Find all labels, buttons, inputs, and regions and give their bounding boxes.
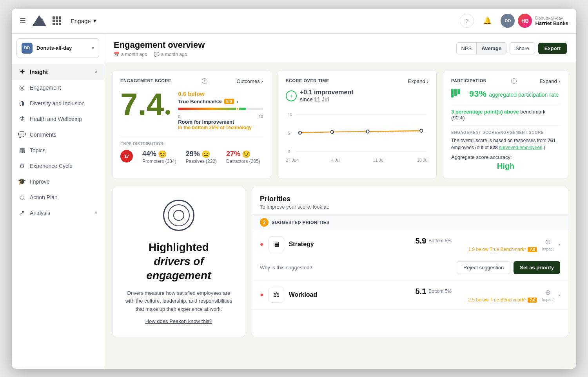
org-chevron-icon: ▾ (92, 45, 94, 51)
export-button[interactable]: Export (538, 43, 567, 54)
outcomes-link[interactable]: Outcomes › (236, 78, 263, 84)
org-selector[interactable]: DD Donuts-all-day ▾ (16, 38, 99, 58)
sidebar-item-experience[interactable]: ⚙ Experience Cycle (12, 158, 104, 174)
insight-icon: ✦ (18, 68, 26, 76)
topics-icon: ▦ (18, 146, 26, 154)
sidebar-item-topics[interactable]: ▦ Topics (12, 143, 104, 158)
workload-impact-btn[interactable]: ⊕ Impact (542, 288, 554, 302)
score-dot (165, 110, 170, 115)
room-detail-pct: bottom 25% (192, 125, 220, 130)
comments-icon: 💬 (18, 131, 26, 139)
sidebar-label-health: Health and Wellbeing (30, 116, 98, 122)
svg-point-6 (299, 131, 301, 134)
sidebar-item-action-plan[interactable]: ◇ Action Plan (12, 189, 104, 205)
sidebar-label-comments: Comments (30, 132, 98, 138)
help-icon: ? (466, 18, 469, 24)
app-name-btn[interactable]: Engage ▾ (71, 17, 96, 24)
surveyed-employees-link[interactable]: surveyed employees (499, 145, 542, 150)
set-as-priority-btn[interactable]: Set as priority (514, 261, 560, 274)
priority-item-workload: ● ⚖ Workload 5.1 Bottom 5% (252, 281, 568, 310)
analysis-icon: ↗ (18, 209, 26, 217)
workload-icon-box: ⚖ (269, 287, 284, 303)
participation-header-row: 93% aggregated participation rate (451, 89, 560, 99)
priority-item-strategy: ● 🖥 Strategy 5.9 Bottom 5% (252, 230, 568, 281)
user-menu[interactable]: DD HB Donuts-all-day Harriet Banks (501, 14, 568, 28)
engagement-card-title: ENGAGEMENT SCORE (120, 78, 171, 83)
priorities-subtitle: To improve your score, look at: (260, 204, 560, 210)
sidebar-item-comments[interactable]: 💬 Comments (12, 127, 104, 143)
expand-link[interactable]: Expand › (408, 78, 428, 84)
how-does-peakon-link[interactable]: How does Peakon know this? (145, 318, 212, 324)
app-chevron-icon: ▾ (93, 17, 96, 24)
filter-nps-btn[interactable]: NPS (457, 43, 477, 54)
bottom-row-cards: Highlighted drivers of engagement Driver… (112, 187, 568, 337)
bell-icon: 🔔 (483, 16, 492, 25)
improve-icon: 🎓 (18, 178, 26, 186)
accuracy-label: Aggregate score accuracy: (451, 154, 560, 160)
sidebar-label-diversity: Diversity and Inclusion (30, 100, 98, 106)
sidebar-item-engagement[interactable]: ◎ Engagement (12, 80, 104, 96)
sidebar-item-analysis[interactable]: ↗ Analysis ∨ (12, 205, 104, 221)
sidebar-label-experience: Experience Cycle (30, 163, 98, 169)
dashboard-body: ENGAGEMENT SCORE i Outcomes › 7.4 (104, 62, 576, 369)
score-over-time-card: SCORE OVER TIME Expand › + +0.1 improvem… (278, 70, 437, 179)
score-over-time-chart: 10 5 0 (286, 109, 428, 156)
help-button[interactable]: ? (460, 14, 474, 28)
participation-title: PARTICIPATION (451, 78, 486, 83)
room-detail: In the bottom 25% of Technology (178, 125, 263, 130)
org-badge: DD (22, 43, 33, 54)
share-button[interactable]: Share (510, 42, 535, 54)
user-name-label: Harriet Banks (535, 20, 568, 26)
meta-time2: 💬 a month ago (154, 52, 187, 57)
org-avatar: DD (501, 14, 515, 28)
why-suggested-link[interactable]: Why is this suggested? (260, 265, 312, 271)
strategy-impact-btn[interactable]: ⊕ Impact (542, 238, 554, 251)
passive-icon: 😐 (201, 150, 210, 159)
strategy-bottom-label: Bottom 5% (428, 238, 452, 244)
meta-time1: 📅 a month ago (114, 52, 147, 57)
page-meta: 📅 a month ago 💬 a month ago (114, 52, 205, 57)
sidebar-label-topics: Topics (30, 147, 98, 153)
priorities-card: Priorities To improve your score, look a… (252, 187, 568, 337)
workload-chevron-icon[interactable]: › (558, 292, 560, 298)
health-icon: ⚗ (18, 115, 26, 123)
priority-row-strategy: ● 🖥 Strategy 5.9 Bottom 5% (260, 236, 560, 253)
svg-point-8 (367, 130, 369, 133)
enps-stats: 17 44% 😊 Promoters (334) (120, 150, 263, 166)
drivers-card: Highlighted drivers of engagement Driver… (112, 187, 245, 337)
workload-below-text: 2.5 below True Benchmark* (468, 297, 526, 303)
grid-icon[interactable] (53, 16, 61, 25)
hamburger-icon[interactable]: ☰ (20, 16, 26, 25)
analysis-chevron-icon: ∨ (94, 210, 98, 215)
user-avatar: HB (518, 14, 532, 28)
impact-label: Impact (542, 247, 554, 251)
detractors-label: Detractors (205) (226, 159, 260, 164)
engagement-score-value: 7.4 (120, 89, 170, 120)
workload-icon: ⚖ (273, 290, 279, 299)
sidebar-item-diversity[interactable]: ◑ Diversity and Inclusion (12, 96, 104, 111)
strategy-score: 5.9 (416, 236, 426, 245)
drivers-title: Highlighted drivers of engagement (147, 240, 211, 283)
sidebar-item-health[interactable]: ⚗ Health and Wellbeing (12, 111, 104, 127)
strategy-chevron-icon[interactable]: › (558, 241, 560, 247)
chat-icon: 💬 (154, 52, 160, 57)
benchmark-progress-bar (178, 108, 263, 110)
benchmark-info: 3 percentage point(s) above benchmark (9… (451, 104, 560, 121)
sidebar-item-improve[interactable]: 🎓 Improve (12, 174, 104, 189)
priorities-header: Priorities To improve your score, look a… (252, 187, 568, 215)
page-header: Engagement overview 📅 a month ago 💬 a mo… (104, 34, 576, 62)
diversity-icon: ◑ (18, 99, 26, 107)
participation-expand-link[interactable]: Expand › (540, 78, 560, 84)
benchmark-badge: 8.0 (224, 99, 234, 104)
workload-score: 5.1 (416, 287, 426, 296)
reject-suggestion-btn[interactable]: Reject suggestion (457, 261, 510, 274)
sidebar-item-insight[interactable]: ✦ Insight ∧ (12, 64, 104, 80)
sidebar-nav: ✦ Insight ∧ ◎ Engagement ◑ Diversity and… (12, 63, 104, 222)
engagement-info-icon[interactable]: i (202, 78, 207, 84)
participation-bars-icon (451, 89, 460, 97)
action-plan-icon: ◇ (18, 193, 26, 201)
notification-bell[interactable]: 🔔 (480, 14, 494, 28)
participation-info-icon[interactable]: i (511, 78, 517, 84)
filter-average-btn[interactable]: Average (477, 43, 506, 54)
svg-text:10: 10 (288, 112, 292, 117)
